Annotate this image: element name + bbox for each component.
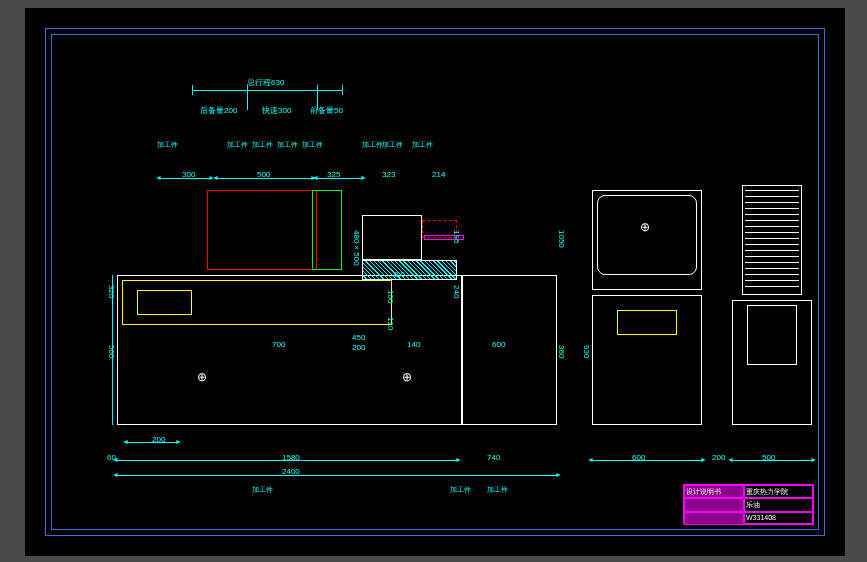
aux-grille [745,188,799,292]
cad-canvas: 总行程630 后备量200 快速300 前备量50 加工件 加工件 加工件 加工… [25,8,845,556]
tick [192,85,193,95]
tb-cell [684,498,744,512]
center-mark-icon: ⊕ [197,370,207,384]
label: 加工件 [227,140,248,150]
dim-100: 100 [386,290,395,303]
column [312,190,342,270]
label: 加工件 [362,140,383,150]
title-block: 设计说明书 重庆热力学院 乐油 W331408 [683,484,813,524]
tb-cell [684,512,744,525]
center-mark-icon: ⊕ [402,370,412,384]
label: 加工件 [450,485,471,495]
dim-05: 0.5 [394,270,405,279]
dim-1050: 1050 [557,230,566,248]
dim-360: 360 [557,345,566,358]
dim-214: 214 [432,170,445,179]
tick [342,85,343,95]
dim-r200: 200 [712,453,725,462]
label: 加工件 [382,140,403,150]
tick [247,85,248,110]
label: 加工件 [277,140,298,150]
dim-200b: 200 [352,343,365,352]
stroke-line [192,90,342,91]
dimline [127,442,177,443]
dim-323: 323 [382,170,395,179]
drawing-frame-inner: 总行程630 后备量200 快速300 前备量50 加工件 加工件 加工件 加工… [51,34,819,530]
support-base [462,275,557,425]
side-slide [617,310,677,335]
dimline [160,178,210,179]
dimline [732,460,812,461]
dim-480x500: 480×500 [352,230,361,266]
label: 加工件 [252,485,273,495]
cylinder [137,290,192,315]
dim-450: 450 [352,333,365,342]
label: 加工件 [412,140,433,150]
spindle-block [362,215,422,260]
dim-240: 240 [452,285,461,298]
dimline [117,460,457,461]
dim-140: 140 [407,340,420,349]
label: 加工件 [157,140,178,150]
dim-110: 110 [386,317,395,330]
dim-740: 740 [487,453,500,462]
side-plate [597,195,697,275]
bed-section [362,260,457,280]
aux-panel [747,305,797,365]
dim-600: 600 [492,340,505,349]
tb-proj: 设计说明书 [684,485,744,498]
label: 加工件 [252,140,273,150]
dimline [117,475,557,476]
dimline-v [112,275,113,425]
center-mark-icon: ⊕ [640,220,650,234]
dimline [217,178,312,179]
motor-housing [207,190,317,270]
dimline [592,460,702,461]
tb-school: 重庆热力学院 [744,485,814,498]
stroke-seg2: 快速300 [262,105,291,116]
tb-code: W331408 [744,512,814,525]
stroke-seg1: 后备量200 [200,105,237,116]
dim-930: 930 [582,345,591,358]
dimline [317,178,362,179]
label: 加工件 [302,140,323,150]
tb-name: 乐油 [744,498,814,512]
dim-700: 700 [272,340,285,349]
label: 加工件 [487,485,508,495]
stroke-title: 总行程630 [247,77,284,88]
stroke-seg3: 前备量50 [310,105,343,116]
drawing-frame-outer: 总行程630 后备量200 快速300 前备量50 加工件 加工件 加工件 加工… [45,28,825,536]
dim-195: 195 [452,230,461,243]
